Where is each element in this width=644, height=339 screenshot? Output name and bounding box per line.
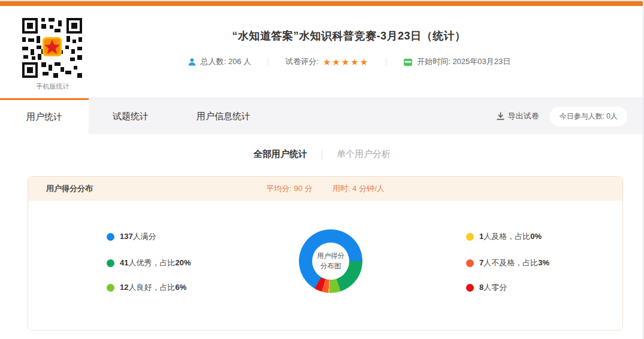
today-participants-pill: 今日参与人数: 0人 (550, 107, 627, 126)
legend-item-零分: 8人零分 (466, 282, 507, 293)
tab-user-info-stats[interactable]: 用户信息统计 (173, 98, 274, 134)
legend-dot-icon (466, 233, 474, 241)
average-score-label: 平均分: 90 分 (266, 184, 312, 193)
legend-dot-icon (107, 233, 114, 241)
rating-stars-icon: ★★★★★ (323, 57, 369, 66)
subtabs: 全部用户统计 单个用户分析 (0, 149, 644, 160)
brand-top-bar (0, 1, 644, 6)
legend-item-优秀: 41人优秀，占比20% (107, 258, 191, 268)
legend-item-不及格: 7人不及格，占比3% (466, 258, 549, 268)
donut-center-label: 用户得分分布图 (312, 243, 349, 280)
header-center: “水知道答案”水知识科普竞赛-3月23日（统计） 总人数: 206 人 试卷评分… (0, 6, 644, 67)
panel-header: 用户得分分布 平均分: 90 分 用时: 4 分钟/人 (28, 177, 622, 201)
rating-label: 试卷评分: (285, 56, 319, 67)
legend-label: 7人不及格，占比3% (479, 258, 549, 268)
qr-caption: 手机版统计 (20, 82, 86, 91)
panel-summary: 平均分: 90 分 用时: 4 分钟/人 (28, 177, 622, 201)
subtab-single-user[interactable]: 单个用户分析 (337, 149, 391, 160)
header: 手机版统计 “水知道答案”水知识科普竞赛-3月23日（统计） 总人数: 206 … (0, 6, 644, 98)
download-icon (497, 112, 504, 120)
score-distribution-panel: 用户得分分布 平均分: 90 分 用时: 4 分钟/人 用户得分分布图 137人… (28, 176, 623, 331)
donut-center-line: 分布图 (321, 261, 341, 271)
donut-center-line: 用户得分 (317, 251, 344, 261)
legend-dot-icon (466, 259, 474, 267)
legend-item-满分: 137人满分 (107, 231, 156, 242)
tab-question-stats[interactable]: 试题统计 (89, 98, 173, 134)
legend-dot-icon (466, 284, 474, 292)
export-paper-label: 导出试卷 (508, 111, 539, 122)
start-time-label: 开始时间: 2025年03月23日 (417, 56, 510, 67)
divider (268, 57, 268, 66)
panel-body: 用户得分分布图 137人满分41人优秀，占比20%12人良好，占比6%1人及格，… (28, 201, 622, 331)
legend-dot-icon (107, 284, 114, 292)
divider (322, 150, 322, 159)
stat-total-people: 总人数: 206 人 (188, 56, 252, 67)
main-tabbar: 用户统计 试题统计 用户信息统计 导出试卷 今日参与人数: 0人 (0, 98, 644, 134)
time-used-label: 用时: 4 分钟/人 (332, 184, 385, 193)
tab-user-stats[interactable]: 用户统计 (0, 98, 89, 134)
tab-label: 用户统计 (26, 111, 62, 123)
export-paper-button[interactable]: 导出试卷 (497, 98, 539, 134)
legend-label: 1人及格，占比0% (479, 231, 542, 242)
divider (386, 57, 386, 66)
spacer (274, 98, 497, 134)
stat-start-time: 开始时间: 2025年03月23日 (403, 56, 510, 67)
score-donut-chart[interactable]: 用户得分分布图 (299, 229, 362, 293)
qr-code (20, 16, 84, 80)
header-stats-row: 总人数: 206 人 试卷评分: ★★★★★ 开始时间: 2025年03月23日 (90, 56, 608, 67)
person-icon (188, 57, 196, 66)
calendar-icon (403, 57, 413, 66)
subtab-all-users[interactable]: 全部用户统计 (253, 149, 307, 160)
total-people-label: 总人数: 206 人 (201, 56, 252, 67)
tab-label: 试题统计 (113, 111, 149, 122)
page-title: “水知道答案”水知识科普竞赛-3月23日（统计） (90, 29, 608, 43)
stat-paper-rating: 试卷评分: ★★★★★ (285, 56, 369, 67)
tab-label: 用户信息统计 (196, 111, 250, 122)
legend-label: 137人满分 (120, 231, 156, 242)
legend-dot-icon (107, 259, 114, 267)
legend-label: 12人良好，占比6% (120, 282, 186, 293)
legend-label: 41人优秀，占比20% (120, 258, 191, 268)
qr-block: 手机版统计 (20, 16, 86, 91)
legend-item-良好: 12人良好，占比6% (107, 282, 186, 293)
legend-item-及格: 1人及格，占比0% (466, 231, 542, 242)
legend-label: 8人零分 (479, 282, 507, 293)
